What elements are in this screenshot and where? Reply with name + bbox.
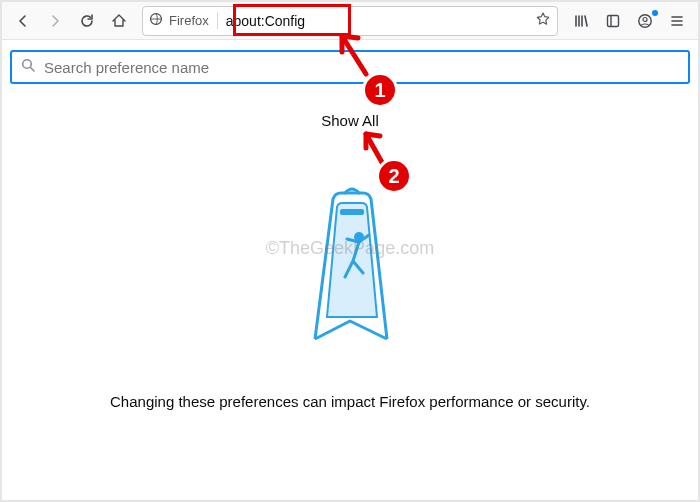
about-config-content: Show All Changing these preferences can … <box>2 40 698 410</box>
url-text[interactable]: about:Config <box>218 13 535 29</box>
svg-rect-1 <box>608 15 619 26</box>
reload-button[interactable] <box>72 6 102 36</box>
home-button[interactable] <box>104 6 134 36</box>
svg-rect-7 <box>340 209 364 215</box>
preference-search-input[interactable] <box>44 59 680 76</box>
account-button[interactable] <box>630 6 660 36</box>
svg-point-4 <box>643 17 647 21</box>
firefox-icon <box>149 12 163 29</box>
app-menu-button[interactable] <box>662 6 692 36</box>
identity-box[interactable]: Firefox <box>149 12 218 29</box>
svg-line-6 <box>31 68 35 72</box>
show-all-link[interactable]: Show All <box>10 112 690 129</box>
warning-caption: Changing these preferences can impact Fi… <box>10 393 690 410</box>
caution-illustration <box>10 179 690 349</box>
forward-button[interactable] <box>40 6 70 36</box>
bookmark-star-icon[interactable] <box>535 11 551 30</box>
identity-label: Firefox <box>169 13 209 28</box>
browser-toolbar: Firefox about:Config <box>2 2 698 40</box>
search-icon <box>20 57 36 77</box>
sidebar-button[interactable] <box>598 6 628 36</box>
preference-search-box[interactable] <box>10 50 690 84</box>
library-button[interactable] <box>566 6 596 36</box>
notification-dot-icon <box>652 10 658 16</box>
url-bar[interactable]: Firefox about:Config <box>142 6 558 36</box>
back-button[interactable] <box>8 6 38 36</box>
